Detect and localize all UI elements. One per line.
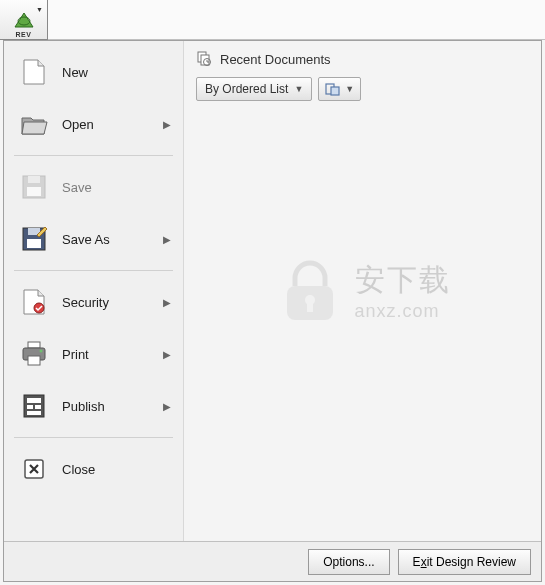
svg-rect-14 xyxy=(27,405,33,409)
open-folder-icon xyxy=(16,109,52,139)
exit-button[interactable]: Exit Design Review xyxy=(398,549,531,575)
recent-controls: By Ordered List ▼ ▼ xyxy=(196,77,529,101)
watermark-lock-icon xyxy=(275,256,345,326)
menu-item-label: New xyxy=(62,65,171,80)
menu-item-label: Close xyxy=(62,462,171,477)
menu-item-open[interactable]: Open ▶ xyxy=(8,99,179,149)
recent-view-mode-button[interactable]: ▼ xyxy=(318,77,361,101)
submenu-arrow-icon: ▶ xyxy=(163,349,171,360)
recent-sort-label: By Ordered List xyxy=(205,82,288,96)
exit-button-label: Exit Design Review xyxy=(413,555,516,569)
menu-divider xyxy=(14,155,173,156)
menu-item-label: Save xyxy=(62,180,171,195)
menu-item-label: Publish xyxy=(62,399,163,414)
thumbnail-view-icon xyxy=(325,82,341,96)
close-icon xyxy=(16,454,52,484)
menu-item-label: Security xyxy=(62,295,163,310)
watermark-text-cn: 安下载 xyxy=(355,260,451,301)
dropdown-caret-icon: ▼ xyxy=(345,84,354,94)
options-button[interactable]: Options... xyxy=(308,549,389,575)
security-document-icon xyxy=(16,287,52,317)
menu-divider xyxy=(14,270,173,271)
svg-rect-23 xyxy=(287,286,333,320)
menu-item-label: Save As xyxy=(62,232,163,247)
watermark: 安下载 anxz.com xyxy=(275,256,451,326)
menu-footer: Options... Exit Design Review xyxy=(4,541,541,581)
dropdown-caret-icon: ▼ xyxy=(36,6,43,13)
svg-rect-10 xyxy=(28,356,40,365)
menu-item-new[interactable]: New xyxy=(8,47,179,97)
app-logo-icon xyxy=(11,9,37,31)
submenu-arrow-icon: ▶ xyxy=(163,297,171,308)
svg-rect-6 xyxy=(27,239,41,248)
options-button-label: Options... xyxy=(323,555,374,569)
dropdown-caret-icon: ▼ xyxy=(294,84,303,94)
menu-item-save: Save xyxy=(8,162,179,212)
application-menu-panel: New Open ▶ xyxy=(3,40,542,582)
recent-sort-dropdown[interactable]: By Ordered List ▼ xyxy=(196,77,312,101)
menu-item-print[interactable]: Print ▶ xyxy=(8,329,179,379)
svg-rect-25 xyxy=(307,302,313,312)
app-rev-label: REV xyxy=(16,31,32,38)
new-document-icon xyxy=(16,57,52,87)
recent-documents-icon xyxy=(196,51,212,67)
submenu-arrow-icon: ▶ xyxy=(163,119,171,130)
submenu-arrow-icon: ▶ xyxy=(163,234,171,245)
svg-point-11 xyxy=(40,350,43,353)
menu-left-pane: New Open ▶ xyxy=(4,41,184,541)
svg-rect-8 xyxy=(28,342,40,348)
recent-documents-header: Recent Documents xyxy=(196,51,529,67)
save-floppy-icon xyxy=(16,172,52,202)
svg-point-24 xyxy=(305,295,315,305)
svg-rect-3 xyxy=(27,187,41,196)
title-bar xyxy=(48,0,545,40)
watermark-text-url: anxz.com xyxy=(355,301,451,322)
save-as-icon xyxy=(16,224,52,254)
menu-item-save-as[interactable]: Save As ▶ xyxy=(8,214,179,264)
menu-divider xyxy=(14,437,173,438)
recent-documents-pane: Recent Documents By Ordered List ▼ ▼ xyxy=(184,41,541,541)
menu-item-label: Print xyxy=(62,347,163,362)
svg-rect-13 xyxy=(27,398,41,403)
application-menu-button[interactable]: ▼ REV xyxy=(0,0,48,40)
menu-body: New Open ▶ xyxy=(4,41,541,541)
svg-rect-15 xyxy=(35,405,41,409)
menu-item-security[interactable]: Security ▶ xyxy=(8,277,179,327)
publish-icon xyxy=(16,391,52,421)
menu-item-publish[interactable]: Publish ▶ xyxy=(8,381,179,431)
recent-documents-title: Recent Documents xyxy=(220,52,331,67)
menu-item-close[interactable]: Close xyxy=(8,444,179,494)
svg-rect-16 xyxy=(27,411,41,415)
menu-item-label: Open xyxy=(62,117,163,132)
submenu-arrow-icon: ▶ xyxy=(163,401,171,412)
print-icon xyxy=(16,339,52,369)
svg-rect-19 xyxy=(201,55,209,65)
svg-rect-2 xyxy=(28,176,40,183)
svg-rect-22 xyxy=(331,87,339,95)
